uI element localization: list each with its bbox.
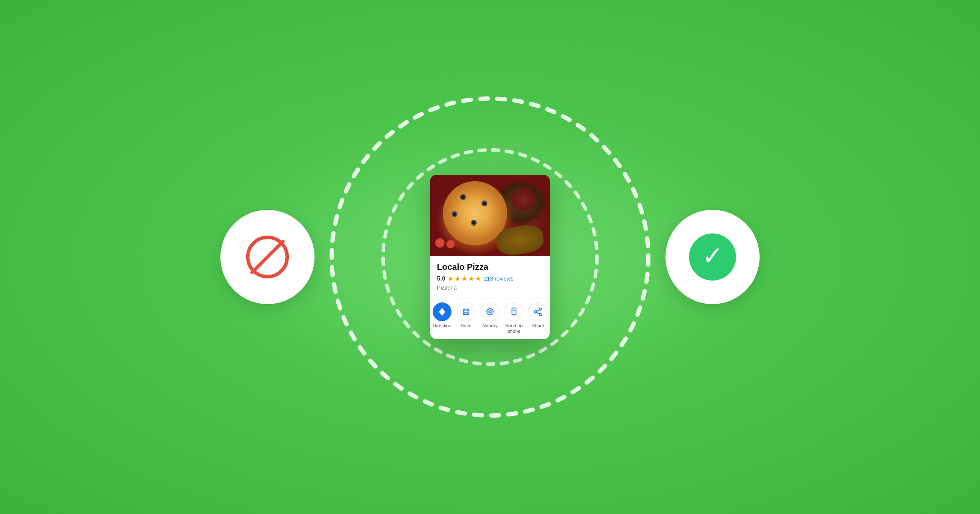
olive-3 bbox=[471, 220, 477, 226]
pizza-image bbox=[430, 175, 550, 256]
save-label: Save bbox=[460, 323, 471, 329]
direction-icon bbox=[437, 307, 447, 317]
nearby-icon bbox=[485, 307, 495, 317]
svg-point-11 bbox=[535, 311, 537, 313]
restaurant-name: Localo Pizza bbox=[437, 262, 543, 272]
olive-4 bbox=[481, 200, 487, 206]
send-phone-label: Send onphone bbox=[505, 323, 523, 334]
tomato-1 bbox=[435, 238, 445, 248]
save-button[interactable]: Save bbox=[457, 302, 475, 334]
nearby-icon-circle bbox=[481, 302, 499, 321]
svg-point-10 bbox=[539, 308, 542, 311]
direction-button[interactable]: Direction bbox=[433, 302, 451, 334]
save-icon bbox=[461, 307, 471, 317]
nearby-label: Nearby bbox=[482, 323, 497, 329]
star-2: ★ bbox=[454, 275, 460, 283]
star-1: ★ bbox=[448, 275, 454, 283]
right-check-circle: ✓ bbox=[665, 210, 760, 304]
direction-icon-circle bbox=[433, 302, 451, 321]
send-phone-button[interactable]: Send onphone bbox=[505, 302, 523, 334]
sauce-bowl bbox=[511, 188, 535, 211]
star-4: ★ bbox=[468, 275, 474, 283]
svg-rect-8 bbox=[512, 308, 516, 315]
svg-line-13 bbox=[537, 312, 539, 314]
share-icon-circle bbox=[529, 302, 547, 321]
send-phone-icon bbox=[509, 307, 519, 317]
svg-point-2 bbox=[489, 311, 491, 313]
tomatoes bbox=[435, 238, 455, 248]
olive-2 bbox=[451, 211, 457, 217]
svg-point-12 bbox=[539, 313, 542, 316]
star-5: ★ bbox=[475, 275, 481, 283]
main-scene: Localo Pizza 5.0 ★ ★ ★ ★ ★ 213 reviews P… bbox=[233, 64, 747, 450]
tomato-2 bbox=[446, 240, 455, 248]
stars: ★ ★ ★ ★ ★ bbox=[448, 275, 481, 283]
card-info: Localo Pizza 5.0 ★ ★ ★ ★ ★ 213 reviews P… bbox=[430, 256, 550, 299]
reviews-count: 213 reviews bbox=[484, 275, 513, 282]
svg-point-3 bbox=[487, 308, 493, 315]
check-circle: ✓ bbox=[689, 233, 736, 281]
svg-line-14 bbox=[537, 310, 539, 311]
nearby-button[interactable]: Nearby bbox=[481, 302, 499, 334]
block-icon bbox=[246, 236, 289, 278]
share-label: Share bbox=[532, 323, 544, 329]
direction-label: Direction bbox=[433, 323, 451, 329]
send-phone-icon-circle bbox=[505, 302, 523, 321]
pizza-card: Localo Pizza 5.0 ★ ★ ★ ★ ★ 213 reviews P… bbox=[430, 175, 550, 339]
checkmark-icon: ✓ bbox=[702, 243, 723, 269]
left-block-circle bbox=[220, 210, 315, 304]
star-3: ★ bbox=[461, 275, 467, 283]
rating-number: 5.0 bbox=[437, 275, 445, 282]
rating-row: 5.0 ★ ★ ★ ★ ★ 213 reviews bbox=[437, 275, 543, 283]
save-icon-circle bbox=[457, 302, 475, 321]
share-icon bbox=[533, 307, 543, 317]
olive-1 bbox=[460, 194, 466, 200]
share-button[interactable]: Share bbox=[529, 302, 547, 334]
actions-row: Direction Save bbox=[430, 299, 550, 339]
category: Pizzeria bbox=[437, 284, 543, 291]
